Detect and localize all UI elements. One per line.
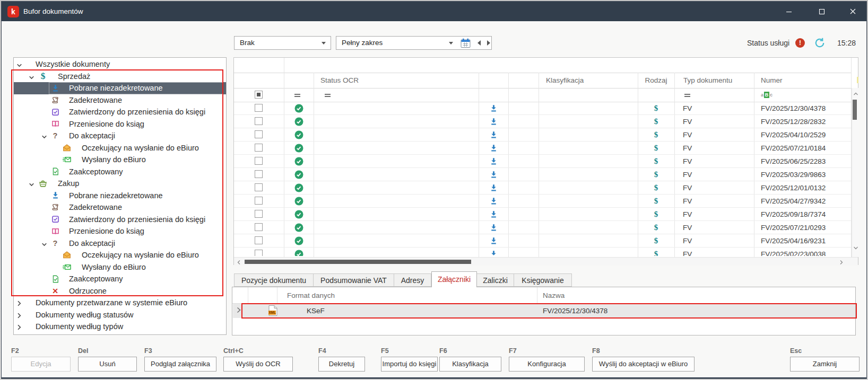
document-row[interactable]: $FVFV/2025/07/21/0184 xyxy=(234,142,851,155)
tree-item-odrzucone[interactable]: ✕Odrzucone xyxy=(14,285,226,297)
document-row[interactable]: $FVFV/2025/09/18/7374 xyxy=(234,208,851,221)
usuń-button[interactable]: Usuń xyxy=(78,357,137,372)
chevron-down-icon[interactable] xyxy=(29,180,34,189)
tab-podsumowanie-vat[interactable]: Podsumowanie VAT xyxy=(314,273,394,287)
tree-item-oczekujący-na-wysłanie-do-ebiuro[interactable]: Oczekujący na wysłanie do eBiuro xyxy=(14,249,226,261)
close-button[interactable] xyxy=(840,2,865,21)
chevron-right-icon[interactable] xyxy=(16,299,22,308)
tree-item-zakup[interactable]: Zakup xyxy=(14,178,226,190)
filter-equals-icon[interactable] xyxy=(294,94,300,98)
chevron-down-icon[interactable] xyxy=(41,132,47,141)
chevron-down-icon[interactable] xyxy=(29,73,34,82)
edycja-button[interactable]: Edycja xyxy=(11,357,71,372)
zamknij-button[interactable]: Zamknij xyxy=(790,357,860,372)
select-all-checkbox[interactable] xyxy=(255,91,263,99)
row-checkbox[interactable] xyxy=(255,223,263,231)
row-checkbox[interactable] xyxy=(255,104,263,112)
maximize-button[interactable] xyxy=(810,2,834,21)
tree-item-dokumenty-przetwarzane-w-systemie-ebiuro[interactable]: Dokumenty przetwarzane w systemie eBiuro xyxy=(14,297,226,309)
horizontal-scrollbar[interactable] xyxy=(234,257,858,266)
document-row[interactable]: $FVFV/2025/04/16/9231 xyxy=(234,234,851,248)
tree-item-zaakceptowany[interactable]: Zaakceptowany xyxy=(14,273,226,285)
document-row[interactable]: $FVFV/2025/12/01/0132 xyxy=(234,181,851,195)
tree-item-pobrane-niezadekretowane[interactable]: Pobrane niezadekretowane xyxy=(14,82,226,94)
vertical-scrollbar-thumb[interactable] xyxy=(853,100,857,120)
chevron-down-icon[interactable] xyxy=(16,61,22,69)
chevron-right-icon[interactable] xyxy=(16,312,22,320)
tab-zaliczki[interactable]: Zaliczki xyxy=(477,273,514,287)
wyślij-do-ocr-button[interactable]: Wyślij do OCR xyxy=(223,357,293,372)
klasyfikacja-button[interactable]: Klasyfikacja xyxy=(439,357,501,372)
tree-item-dokumenty-według-typów[interactable]: Dokumenty według typów xyxy=(14,321,226,333)
previous-range-button[interactable] xyxy=(478,40,481,46)
row-checkbox[interactable] xyxy=(255,117,263,125)
row-checkbox[interactable] xyxy=(255,236,263,244)
tree-item-do-akceptacji[interactable]: ?Do akceptacji xyxy=(14,130,226,142)
tree-item-sprzedaż[interactable]: $Sprzedaż xyxy=(14,70,226,83)
filter-dropdown[interactable]: Brak xyxy=(234,36,331,50)
tree-item-wysłany-do-ebiuro[interactable]: Wysłany do eBiuro xyxy=(14,154,226,166)
tab-pozycje-dokumentu[interactable]: Pozycje dokumentu xyxy=(234,273,314,287)
chevron-down-icon[interactable] xyxy=(41,240,47,249)
filter-equals-icon[interactable] xyxy=(684,94,690,98)
col-header-numer[interactable]: Numer xyxy=(761,73,783,88)
konfiguracja-button[interactable]: Konfiguracja xyxy=(509,357,585,372)
col-header-status-ocr[interactable]: Status OCR xyxy=(320,73,359,88)
row-checkbox[interactable] xyxy=(255,183,263,191)
tree-item-zatwierdzony-do-przeniesienia-do-księgi[interactable]: Zatwierdzony do przeniesienia do księgi xyxy=(14,106,226,118)
scroll-up-icon[interactable] xyxy=(853,91,858,97)
document-row[interactable]: $FVFV/2025/07/21/0293 xyxy=(234,221,851,234)
podgląd-załącznika-button[interactable]: Podgląd załącznika xyxy=(144,357,216,372)
refresh-icon[interactable] xyxy=(814,37,826,51)
document-row[interactable]: $FVFV/2025/04/10/2529 xyxy=(234,128,851,142)
scroll-down-icon[interactable] xyxy=(853,245,858,251)
tree-item-dokumenty-według-statusów[interactable]: Dokumenty według statusów xyxy=(14,309,226,321)
tree-item-zatwierdzony-do-przeniesienia-do-księgi[interactable]: Zatwierdzony do przeniesienia do księgi xyxy=(14,214,226,226)
tab-adresy[interactable]: Adresy xyxy=(394,273,431,287)
tree-item-wszystkie-dokumenty[interactable]: Wszystkie dokumenty xyxy=(14,58,226,70)
tree-item-pobrane-niezadekretowane[interactable]: Pobrane niezadekretowane xyxy=(14,190,226,202)
tree-item-przeniesione-do-ksiąg[interactable]: Przeniesione do ksiąg xyxy=(14,225,226,237)
tree-item-przeniesione-do-ksiąg[interactable]: Przeniesione do ksiąg xyxy=(14,118,226,130)
calendar-icon[interactable] xyxy=(460,38,471,50)
tree-item-wysłany-do-ebiuro[interactable]: Wysłany do eBiuro xyxy=(14,261,226,273)
dekretuj-button[interactable]: Dekretuj xyxy=(318,357,365,372)
tree-item-oczekujący-na-wysłanie-do-ebiuro[interactable]: Oczekujący na wysłanie do eBiuro xyxy=(14,142,226,154)
wyślij-do-akceptacji-w-ebiuro-button[interactable]: Wyślij do akceptacji w eBiuro xyxy=(592,357,695,372)
document-row[interactable]: $FVFV/2025/02/23/0038 xyxy=(234,248,851,256)
date-range-dropdown[interactable]: Pełny zakres xyxy=(336,36,492,50)
row-checkbox[interactable] xyxy=(255,197,263,205)
row-checkbox[interactable] xyxy=(255,144,263,152)
tab-księgowanie[interactable]: Księgowanie xyxy=(514,273,572,287)
filter-abc-icon[interactable]: aBc xyxy=(761,92,772,98)
document-row[interactable]: $FVFV/2025/03/29/9863 xyxy=(234,168,851,181)
row-checkbox[interactable] xyxy=(255,250,263,256)
tree-item-zadekretowane[interactable]: Zadekretowane xyxy=(14,201,226,214)
row-checkbox[interactable] xyxy=(255,157,263,165)
scroll-right-icon[interactable] xyxy=(839,260,844,266)
col-header-rodzaj[interactable]: Rodzaj xyxy=(638,73,674,88)
row-checkbox[interactable] xyxy=(255,130,263,138)
tree-item-do-akceptacji[interactable]: ?Do akceptacji xyxy=(14,237,226,250)
col-header-typ-dokumentu[interactable]: Typ dokumentu xyxy=(683,73,732,88)
col-header-klasyfikacja[interactable]: Klasyfikacja xyxy=(546,73,584,88)
filter-equals-icon[interactable] xyxy=(325,94,331,98)
vertical-scrollbar[interactable] xyxy=(852,88,859,257)
chevron-right-icon[interactable] xyxy=(16,323,22,332)
row-checkbox[interactable] xyxy=(255,210,263,218)
horizontal-scrollbar-thumb[interactable] xyxy=(245,260,471,264)
document-row[interactable]: $FVFV/2025/12/30/4378 xyxy=(234,102,851,115)
minimize-button[interactable] xyxy=(777,2,801,21)
tree-item-zaakceptowany[interactable]: Zaakceptowany xyxy=(14,166,226,178)
importuj-do-księgi-button[interactable]: Importuj do księgi xyxy=(381,357,438,372)
document-row[interactable]: $FVFV/2025/12/28/2832 xyxy=(234,115,851,128)
attachment-row[interactable]: XML KSeF FV/2025/12/30/4378 xyxy=(233,304,855,318)
document-row[interactable]: $FVFV/2025/04/27/9342 xyxy=(234,195,851,208)
next-range-button[interactable] xyxy=(487,40,490,46)
scroll-left-icon[interactable] xyxy=(237,260,241,266)
document-row[interactable]: $FVFV/2025/06/25/2283 xyxy=(234,155,851,168)
tree-item-zadekretowane[interactable]: Zadekretowane xyxy=(14,94,226,107)
tab-załączniki[interactable]: Załączniki xyxy=(431,271,477,287)
row-expander-icon[interactable] xyxy=(236,306,241,315)
row-checkbox[interactable] xyxy=(255,170,263,178)
